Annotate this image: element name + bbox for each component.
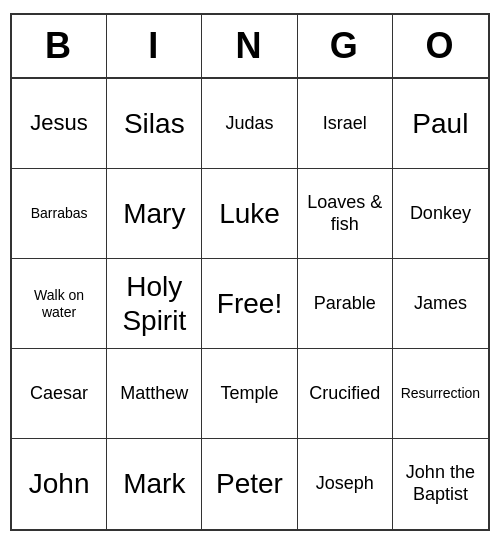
header-letter: G xyxy=(298,15,393,77)
cell-label: Caesar xyxy=(30,383,88,405)
cell-label: Temple xyxy=(220,383,278,405)
cell-label: Resurrection xyxy=(401,385,480,402)
cell-label: Holy Spirit xyxy=(113,270,195,337)
bingo-cell: Free! xyxy=(202,259,297,349)
bingo-cell: Israel xyxy=(298,79,393,169)
bingo-cell: Temple xyxy=(202,349,297,439)
bingo-cell: Resurrection xyxy=(393,349,488,439)
bingo-cell: Paul xyxy=(393,79,488,169)
header-letter: O xyxy=(393,15,488,77)
bingo-cell: John the Baptist xyxy=(393,439,488,529)
bingo-cell: Loaves & fish xyxy=(298,169,393,259)
cell-label: Mark xyxy=(123,467,185,501)
header-letter: B xyxy=(12,15,107,77)
cell-label: Silas xyxy=(124,107,185,141)
cell-label: Walk on water xyxy=(18,287,100,321)
bingo-cell: James xyxy=(393,259,488,349)
cell-label: Barrabas xyxy=(31,205,88,222)
cell-label: Israel xyxy=(323,113,367,135)
bingo-cell: Caesar xyxy=(12,349,107,439)
cell-label: Peter xyxy=(216,467,283,501)
bingo-cell: Barrabas xyxy=(12,169,107,259)
cell-label: Judas xyxy=(225,113,273,135)
bingo-cell: Donkey xyxy=(393,169,488,259)
bingo-header: BINGO xyxy=(12,15,488,79)
cell-label: Free! xyxy=(217,287,282,321)
cell-label: Mary xyxy=(123,197,185,231)
bingo-cell: Matthew xyxy=(107,349,202,439)
bingo-cell: Judas xyxy=(202,79,297,169)
bingo-cell: Jesus xyxy=(12,79,107,169)
bingo-grid: JesusSilasJudasIsraelPaulBarrabasMaryLuk… xyxy=(12,79,488,529)
bingo-cell: Parable xyxy=(298,259,393,349)
bingo-cell: Walk on water xyxy=(12,259,107,349)
cell-label: John xyxy=(29,467,90,501)
bingo-cell: Mary xyxy=(107,169,202,259)
cell-label: Loaves & fish xyxy=(304,192,386,235)
bingo-cell: Joseph xyxy=(298,439,393,529)
bingo-cell: Peter xyxy=(202,439,297,529)
bingo-cell: Mark xyxy=(107,439,202,529)
cell-label: Paul xyxy=(412,107,468,141)
bingo-card: BINGO JesusSilasJudasIsraelPaulBarrabasM… xyxy=(10,13,490,531)
cell-label: Jesus xyxy=(30,110,87,136)
bingo-cell: John xyxy=(12,439,107,529)
cell-label: Matthew xyxy=(120,383,188,405)
bingo-cell: Silas xyxy=(107,79,202,169)
header-letter: I xyxy=(107,15,202,77)
cell-label: Crucified xyxy=(309,383,380,405)
cell-label: John the Baptist xyxy=(399,462,482,505)
bingo-cell: Luke xyxy=(202,169,297,259)
header-letter: N xyxy=(202,15,297,77)
cell-label: Donkey xyxy=(410,203,471,225)
cell-label: Luke xyxy=(219,197,280,231)
cell-label: Joseph xyxy=(316,473,374,495)
cell-label: Parable xyxy=(314,293,376,315)
bingo-cell: Crucified xyxy=(298,349,393,439)
bingo-cell: Holy Spirit xyxy=(107,259,202,349)
cell-label: James xyxy=(414,293,467,315)
